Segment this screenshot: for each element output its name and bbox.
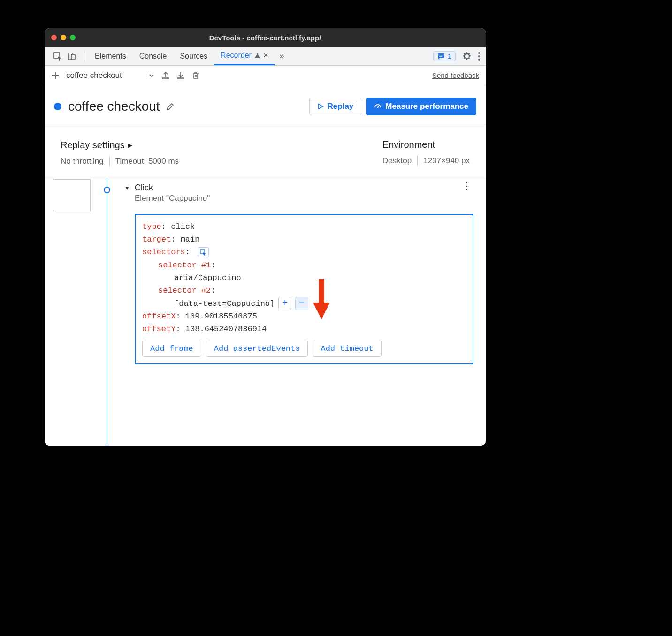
recording-select-label: coffee checkout xyxy=(66,71,122,80)
step-details: type: click target: main selectors: sele… xyxy=(135,214,473,364)
step-menu-icon[interactable]: ⋮ xyxy=(459,183,474,203)
separator xyxy=(84,51,84,61)
device-toggle-icon[interactable] xyxy=(67,52,76,61)
prop-selectors[interactable]: selectors: xyxy=(142,246,466,258)
measure-label: Measure performance xyxy=(385,102,468,111)
settings-gear-icon[interactable] xyxy=(462,52,472,61)
recording-title: coffee checkout xyxy=(68,99,160,114)
device-value: Desktop xyxy=(382,156,412,166)
issues-badge[interactable]: 1 xyxy=(433,51,456,61)
separator xyxy=(109,156,110,167)
replay-button-label: Replay xyxy=(328,102,354,111)
window-titlebar: DevTools - coffee-cart.netlify.app/ xyxy=(45,28,486,47)
replay-settings-heading: Replay settings xyxy=(61,140,125,151)
devtools-window: DevTools - coffee-cart.netlify.app/ Elem… xyxy=(45,28,486,446)
recorder-body: ▼ Click Element "Cappucino" ⋮ type: clic… xyxy=(45,178,486,446)
step-title: Click xyxy=(135,183,210,193)
devtools-tabstrip: Elements Console Sources Recorder × » 1 xyxy=(45,47,486,66)
gauge-icon xyxy=(374,103,382,110)
tab-sources[interactable]: Sources xyxy=(173,47,214,65)
record-status-dot-icon xyxy=(54,103,61,110)
selector-2-row: [data-test=Cappucino] + − xyxy=(142,297,466,310)
recording-settings-row: Replay settings ▸ No throttling Timeout:… xyxy=(45,125,486,178)
delete-icon[interactable] xyxy=(191,71,200,80)
add-assertedevents-button[interactable]: Add assertedEvents xyxy=(206,341,308,357)
separator xyxy=(417,156,418,166)
new-recording-icon[interactable] xyxy=(51,71,60,80)
import-icon[interactable] xyxy=(176,71,185,80)
prop-type[interactable]: type: click xyxy=(142,220,466,233)
svg-rect-2 xyxy=(71,54,75,60)
tab-console[interactable]: Console xyxy=(133,47,174,65)
svg-point-8 xyxy=(377,107,379,108)
chevron-right-icon: ▸ xyxy=(128,139,132,151)
chevron-down-icon xyxy=(148,72,155,79)
replay-button[interactable]: Replay xyxy=(309,98,362,115)
measure-performance-button[interactable]: Measure performance xyxy=(366,98,476,115)
throttling-value: No throttling xyxy=(61,157,104,166)
selector-1-key[interactable]: selector #1: xyxy=(142,259,466,272)
step-thumbnail xyxy=(53,179,91,211)
minimize-window-icon[interactable] xyxy=(61,35,66,40)
environment-heading: Environment xyxy=(382,139,435,150)
recording-header: coffee checkout Replay Measure performan… xyxy=(45,85,486,125)
send-feedback-link[interactable]: Send feedback xyxy=(432,71,479,79)
window-title: DevTools - coffee-cart.netlify.app/ xyxy=(45,34,486,42)
edit-title-icon[interactable] xyxy=(166,102,175,111)
prop-offsety[interactable]: offsetY: 108.6452407836914 xyxy=(142,323,466,335)
svg-rect-4 xyxy=(439,56,442,56)
remove-selector-button[interactable]: − xyxy=(295,297,308,310)
experiment-flask-icon xyxy=(254,53,260,59)
issues-count: 1 xyxy=(448,52,451,60)
svg-point-6 xyxy=(478,55,480,57)
step-header[interactable]: ▼ Click Element "Cappucino" ⋮ xyxy=(124,183,474,203)
caret-down-icon: ▼ xyxy=(124,183,130,203)
tab-recorder-label: Recorder xyxy=(221,51,252,60)
chat-icon xyxy=(437,53,445,60)
tab-recorder[interactable]: Recorder × xyxy=(214,47,275,65)
more-menu-icon[interactable] xyxy=(478,52,480,61)
tabs-overflow-icon[interactable]: » xyxy=(275,47,289,65)
step-subtitle: Element "Cappucino" xyxy=(135,194,210,203)
add-timeout-button[interactable]: Add timeout xyxy=(313,341,381,357)
selector-1-value[interactable]: aria/Cappucino xyxy=(142,272,466,284)
viewport-value: 1237×940 px xyxy=(423,156,470,166)
timeline-rail xyxy=(107,178,107,446)
export-icon[interactable] xyxy=(161,71,170,80)
svg-point-7 xyxy=(478,59,480,61)
tab-elements[interactable]: Elements xyxy=(88,47,133,65)
prop-offsetx[interactable]: offsetX: 169.90185546875 xyxy=(142,310,466,323)
selector-picker-icon[interactable] xyxy=(198,247,209,257)
traffic-lights xyxy=(51,35,76,40)
svg-point-5 xyxy=(478,52,480,54)
inspect-element-icon[interactable] xyxy=(53,52,62,61)
recorder-toolbar: coffee checkout Send feedback xyxy=(45,66,486,85)
selector-2-value[interactable]: [data-test=Cappucino] xyxy=(174,297,275,310)
add-selector-button[interactable]: + xyxy=(278,297,291,310)
play-icon xyxy=(317,103,324,110)
close-tab-icon[interactable]: × xyxy=(263,51,268,61)
add-frame-button[interactable]: Add frame xyxy=(142,341,201,357)
prop-target[interactable]: target: main xyxy=(142,233,466,246)
svg-rect-3 xyxy=(439,55,443,55)
selector-2-key[interactable]: selector #2: xyxy=(142,284,466,297)
replay-settings-toggle[interactable]: Replay settings ▸ xyxy=(61,139,179,151)
maximize-window-icon[interactable] xyxy=(70,35,76,40)
timeout-value: Timeout: 5000 ms xyxy=(115,157,179,166)
close-window-icon[interactable] xyxy=(51,35,57,40)
recording-select[interactable]: coffee checkout xyxy=(66,71,155,80)
timeline-node-icon xyxy=(104,187,110,193)
